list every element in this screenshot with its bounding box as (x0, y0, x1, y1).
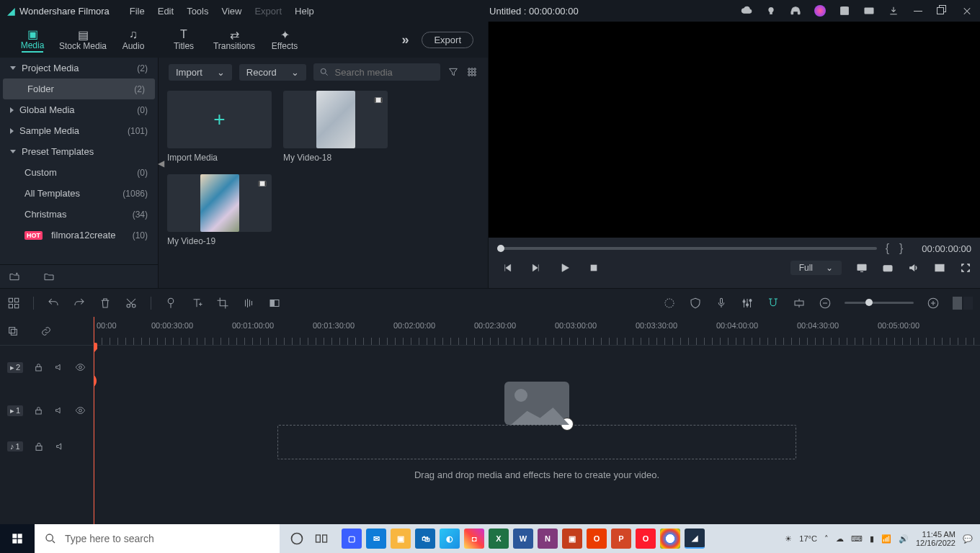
zoom-slider[interactable] (845, 302, 914, 304)
mute-icon[interactable] (55, 441, 66, 452)
tray-wifi-icon[interactable]: 📶 (881, 534, 891, 544)
timeline-ruler[interactable]: 00:00 00:00:30:00 00:01:00:00 00:01:30:0… (94, 317, 980, 346)
seekbar[interactable] (497, 247, 877, 250)
menu-file[interactable]: File (130, 6, 145, 17)
sidebar-item-global-media[interactable]: Global Media (0) (0, 99, 158, 120)
color-icon[interactable] (268, 297, 281, 310)
clip1-thumb[interactable] (283, 91, 388, 148)
media-card-import[interactable]: + Import Media (167, 91, 272, 163)
tab-audio[interactable]: ♫ Audio (108, 27, 159, 53)
quality-dropdown[interactable]: Full⌄ (790, 261, 842, 275)
taskbar-app-mail[interactable]: ✉ (366, 529, 386, 549)
lock-icon[interactable] (33, 441, 45, 452)
arrange-icon[interactable] (7, 297, 20, 310)
magnet-snap-icon[interactable] (767, 297, 780, 310)
track-header-v2[interactable]: ▸2 (0, 346, 93, 389)
mute-icon[interactable] (54, 361, 65, 373)
taskbar-app[interactable]: ▣ (562, 529, 582, 549)
taskbar-app-filmora[interactable]: ◢ (685, 529, 705, 549)
track-header-a1[interactable]: ♪1 (0, 432, 93, 461)
taskbar-app-opera[interactable]: O (636, 529, 656, 549)
taskbar-app-explorer[interactable]: ▣ (391, 529, 411, 549)
sidebar-item-folder[interactable]: Folder (2) (3, 78, 155, 99)
speed-icon[interactable] (242, 297, 255, 310)
marker-shield-icon[interactable] (689, 297, 702, 310)
insert-mode-icon[interactable] (793, 297, 806, 310)
marker-icon[interactable] (164, 297, 177, 310)
text-add-icon[interactable] (190, 297, 203, 310)
undo-icon[interactable] (47, 297, 60, 310)
taskbar-app-store[interactable]: 🛍 (415, 529, 435, 549)
cut-icon[interactable] (125, 297, 138, 310)
menu-edit[interactable]: Edit (158, 6, 174, 17)
mute-icon[interactable] (54, 405, 65, 416)
clip2-thumb[interactable] (167, 174, 272, 232)
tab-stock-media[interactable]: ▤ Stock Media (58, 27, 108, 53)
filter-icon[interactable] (447, 66, 459, 78)
sources-icon[interactable] (7, 325, 19, 337)
sidebar-item-preset-templates[interactable]: Preset Templates (0, 141, 158, 162)
tabs-more-icon[interactable]: » (401, 32, 409, 48)
start-button[interactable] (0, 524, 35, 553)
account-avatar-icon[interactable] (814, 5, 826, 17)
tab-titles[interactable]: T Titles (159, 27, 209, 53)
sidebar-item-all-templates[interactable]: All Templates (1086) (0, 183, 158, 204)
tray-keyboard-icon[interactable]: ⌨ (851, 534, 863, 544)
folder-icon[interactable] (43, 271, 55, 282)
sidebar-item-sample-media[interactable]: Sample Media (101) (0, 120, 158, 141)
menu-tools[interactable]: Tools (187, 6, 208, 17)
media-card-clip1[interactable]: My Video-18 (283, 91, 388, 163)
timeline-main[interactable]: 00:00 00:00:30:00 00:01:00:00 00:01:30:0… (94, 317, 980, 524)
grid-view-icon[interactable] (466, 66, 478, 78)
visibility-icon[interactable] (75, 405, 86, 416)
save-icon[interactable] (839, 5, 850, 17)
display-icon[interactable] (856, 262, 868, 274)
collapse-sidebar-icon[interactable]: ◀ (158, 158, 164, 168)
tray-chevron-up-icon[interactable]: ˄ (824, 534, 829, 544)
search-box[interactable] (313, 63, 440, 81)
zoom-in-icon[interactable] (927, 297, 940, 310)
playhead[interactable] (94, 317, 94, 524)
play-icon[interactable] (559, 262, 571, 274)
fullscreen-icon[interactable] (960, 262, 971, 274)
taskbar-app-excel[interactable]: X (489, 529, 509, 549)
zoom-knob[interactable] (865, 299, 873, 306)
menu-help[interactable]: Help (295, 6, 314, 17)
cloud-icon[interactable] (741, 5, 752, 17)
delete-icon[interactable] (99, 297, 112, 310)
sidebar-item-filmora12create[interactable]: HOTfilmora12create (10) (0, 225, 158, 246)
notifications-icon[interactable]: 💬 (963, 534, 973, 544)
task-view-icon[interactable] (314, 531, 329, 546)
export-button[interactable]: Export (422, 32, 473, 48)
window-close-icon[interactable] (961, 5, 973, 17)
new-folder-icon[interactable] (9, 271, 20, 282)
mail-icon[interactable] (863, 5, 875, 17)
tab-effects[interactable]: ✦ Effects (259, 27, 310, 53)
lock-icon[interactable] (33, 361, 44, 373)
search-input[interactable] (335, 67, 435, 78)
taskbar-app-onenote[interactable]: N (538, 529, 558, 549)
step-back-icon[interactable] (502, 262, 513, 274)
snapshot-icon[interactable] (882, 262, 894, 274)
taskbar-app-word[interactable]: W (513, 529, 533, 549)
taskbar-app[interactable]: ▢ (342, 529, 362, 549)
record-dropdown[interactable]: Record⌄ (239, 64, 306, 81)
link-icon[interactable] (40, 325, 52, 337)
taskbar-app-office[interactable]: O (587, 529, 607, 549)
audio-mixer-icon[interactable] (741, 297, 754, 310)
pip-icon[interactable] (934, 262, 945, 274)
tray-volume-icon[interactable]: 🔊 (899, 534, 909, 544)
taskbar-app-edge[interactable]: ◐ (440, 529, 460, 549)
sidebar-item-christmas[interactable]: Christmas (34) (0, 204, 158, 225)
download-icon[interactable] (888, 5, 899, 17)
track-header-v1[interactable]: ▸1 (0, 389, 93, 432)
redo-icon[interactable] (73, 297, 86, 310)
playhead-cap[interactable] (94, 343, 97, 353)
window-minimize-icon[interactable] (912, 5, 924, 17)
taskbar-app-powerpoint[interactable]: P (611, 529, 631, 549)
zoom-out-icon[interactable] (819, 297, 832, 310)
cortana-icon[interactable] (290, 531, 304, 546)
crop-icon[interactable] (216, 297, 229, 310)
lightbulb-icon[interactable] (765, 5, 777, 17)
menu-view[interactable]: View (221, 6, 241, 17)
